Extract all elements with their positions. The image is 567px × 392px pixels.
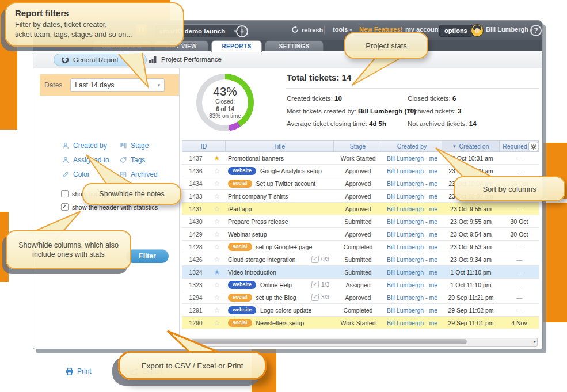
table-row[interactable]: 1429 ☆ Webinar setup Approved Bill Lumbe… bbox=[182, 228, 539, 241]
scrollbar-thumb[interactable] bbox=[191, 339, 467, 344]
cell-title[interactable]: website Google Analytics setup bbox=[224, 167, 334, 175]
cell-title[interactable]: Video introduction bbox=[224, 269, 334, 276]
project-performance-button[interactable]: Project Performance bbox=[149, 54, 222, 65]
table-row[interactable]: 1430 ☆ Prepare Press release Submitted B… bbox=[182, 215, 539, 228]
cell-title[interactable]: social Newsletters setup bbox=[224, 319, 334, 327]
cell-title[interactable]: iPad app bbox=[224, 205, 334, 212]
user-menu[interactable]: Bill Lumbergh ▾ bbox=[486, 26, 533, 33]
cell-required-by: — bbox=[500, 256, 539, 263]
cell-title[interactable]: social Set up Twitter account bbox=[224, 180, 334, 188]
cell-required-by: — bbox=[500, 281, 539, 288]
cell-title[interactable]: Print company T-shirts bbox=[224, 193, 334, 200]
cell-created-by[interactable]: Bill Lumbergh - me bbox=[382, 307, 442, 314]
table-row[interactable]: 1426 ☆ Cloud storage integration ✓ 0/3 S… bbox=[182, 253, 539, 266]
cell-created-by[interactable]: Bill Lumbergh - me bbox=[382, 180, 442, 187]
column-settings-button[interactable] bbox=[528, 142, 538, 151]
filter-assigned-to[interactable]: Assigned to bbox=[62, 156, 109, 164]
general-report-button[interactable]: General Report bbox=[54, 54, 147, 66]
help-button[interactable]: ? bbox=[530, 25, 542, 36]
star-icon[interactable]: ☆ bbox=[210, 243, 224, 251]
callout-sort-by-columns: Sort by columns bbox=[454, 176, 565, 201]
print-button[interactable]: Print bbox=[66, 367, 92, 375]
filter-archived[interactable]: Archived bbox=[120, 170, 158, 178]
star-icon[interactable]: ★ bbox=[210, 268, 224, 276]
avatar[interactable] bbox=[471, 24, 484, 37]
column-header-title[interactable]: Title bbox=[225, 141, 333, 151]
column-header-stage[interactable]: Stage bbox=[333, 141, 382, 151]
cell-created-by[interactable]: Bill Lumbergh - me bbox=[382, 168, 442, 174]
star-icon[interactable]: ☆ bbox=[210, 192, 224, 200]
star-icon[interactable]: ☆ bbox=[210, 256, 224, 264]
cell-created-by[interactable]: Bill Lumbergh - me bbox=[382, 269, 442, 276]
cell-title[interactable]: Prepare Press release bbox=[224, 218, 334, 225]
filter-tags[interactable]: Tags bbox=[120, 156, 145, 164]
cell-created-by[interactable]: Bill Lumbergh - me bbox=[382, 155, 442, 162]
dates-select[interactable]: Last 14 days ▾ bbox=[70, 78, 165, 92]
cell-title[interactable]: social set up the Blog ✓ 3/3 bbox=[224, 294, 334, 302]
column-header-created-on[interactable]: ▼ Created on bbox=[442, 141, 499, 151]
star-icon[interactable]: ☆ bbox=[210, 319, 224, 327]
cell-title[interactable]: website Logo colors update bbox=[224, 306, 334, 314]
ticket-title: Cloud storage integration bbox=[228, 256, 295, 263]
cell-created-by[interactable]: Bill Lumbergh - me bbox=[382, 281, 442, 288]
table-row[interactable]: 1324 ★ Video introduction Submitted Bill… bbox=[182, 266, 539, 279]
column-header-created-by[interactable]: Created by bbox=[382, 141, 442, 151]
star-icon[interactable]: ☆ bbox=[210, 218, 224, 226]
cell-created-by[interactable]: Bill Lumbergh - me bbox=[382, 319, 442, 326]
add-project-button[interactable]: + bbox=[236, 25, 248, 37]
cell-created-by[interactable]: Bill Lumbergh - me bbox=[382, 294, 442, 301]
table-row[interactable]: 1431 ☆ iPad app Approved Bill Lumbergh -… bbox=[182, 203, 539, 215]
cell-created-on: 29 Sep 11:02 pm bbox=[442, 307, 500, 314]
table-row[interactable]: 1290 ☆ social Newsletters setup Work Sta… bbox=[182, 317, 539, 329]
callout-export-hint: Export to CSV / Excel or Print bbox=[118, 351, 267, 380]
star-icon[interactable]: ☆ bbox=[210, 306, 224, 314]
table-row[interactable]: 1436 ☆ website Google Analytics setup Ap… bbox=[182, 165, 539, 177]
scroll-right-icon[interactable]: ▸ bbox=[534, 338, 536, 345]
cell-title[interactable]: Cloud storage integration ✓ 0/3 bbox=[224, 256, 334, 263]
refresh-button[interactable]: refresh bbox=[291, 26, 323, 33]
cell-created-by[interactable]: Bill Lumbergh - me bbox=[382, 193, 442, 200]
cell-stage: Assigned bbox=[334, 281, 382, 288]
star-icon[interactable]: ★ bbox=[210, 154, 224, 162]
tab-settings[interactable]: SETTINGS bbox=[265, 40, 324, 52]
table-row[interactable]: 1294 ☆ social set up the Blog ✓ 3/3 Appr… bbox=[182, 291, 539, 304]
cell-created-by[interactable]: Bill Lumbergh - me bbox=[382, 218, 442, 225]
cell-title[interactable]: website Online Help ✓ 1/3 bbox=[224, 281, 334, 289]
cell-stage: Approved bbox=[334, 294, 382, 301]
stat-not-archived-tickets: Not archived tickets: 14 bbox=[408, 120, 477, 127]
filter-stage[interactable]: Stage bbox=[120, 142, 149, 150]
star-icon[interactable]: ☆ bbox=[210, 230, 224, 238]
table-row[interactable]: 1437 ★ Promotional banners Work Started … bbox=[182, 152, 539, 165]
cell-stage: Approved bbox=[334, 180, 382, 187]
table-header-row: ID Title Stage Created by ▼ Created on R… bbox=[182, 140, 539, 152]
horizontal-scrollbar[interactable]: ◂ ▸ bbox=[183, 338, 538, 347]
ticket-title: Prepare Press release bbox=[228, 218, 288, 225]
star-icon[interactable]: ☆ bbox=[210, 294, 224, 302]
cell-required-by: — bbox=[500, 307, 539, 314]
tab-reports[interactable]: REPORTS bbox=[211, 40, 262, 52]
filter-color[interactable]: Color bbox=[62, 170, 90, 178]
star-icon[interactable]: ☆ bbox=[210, 167, 224, 175]
cell-title[interactable]: social set up Google+ page bbox=[224, 243, 334, 251]
table-row[interactable]: 1291 ☆ website Logo colors update Comple… bbox=[182, 304, 539, 317]
cell-title[interactable]: Promotional banners bbox=[224, 155, 334, 162]
filter-created-by[interactable]: Created by bbox=[62, 142, 107, 150]
cell-created-by[interactable]: Bill Lumbergh - me bbox=[382, 256, 442, 263]
tools-menu[interactable]: tools ▾ bbox=[333, 26, 352, 33]
column-header-id[interactable]: ID bbox=[182, 141, 225, 151]
options-button[interactable]: options bbox=[439, 25, 473, 37]
star-icon[interactable]: ☆ bbox=[210, 180, 224, 188]
cell-created-by[interactable]: Bill Lumbergh - me bbox=[382, 205, 442, 212]
table-row[interactable]: 1323 ☆ website Online Help ✓ 1/3 Assigne… bbox=[182, 279, 539, 291]
filter-button[interactable]: Filter bbox=[126, 249, 169, 263]
star-icon[interactable]: ☆ bbox=[210, 205, 224, 213]
stat-archived-tickets: Archived tickets: 3 bbox=[408, 108, 461, 115]
cell-created-by[interactable]: Bill Lumbergh - me bbox=[382, 231, 442, 238]
star-icon[interactable]: ☆ bbox=[210, 281, 224, 289]
bar-chart-icon bbox=[149, 56, 157, 63]
ticket-title: set up Google+ page bbox=[256, 243, 313, 250]
table-row[interactable]: 1428 ☆ social set up Google+ page Comple… bbox=[182, 241, 539, 253]
scroll-left-icon[interactable]: ◂ bbox=[185, 338, 187, 345]
cell-created-by[interactable]: Bill Lumbergh - me bbox=[382, 243, 442, 250]
cell-title[interactable]: Webinar setup bbox=[224, 231, 334, 238]
